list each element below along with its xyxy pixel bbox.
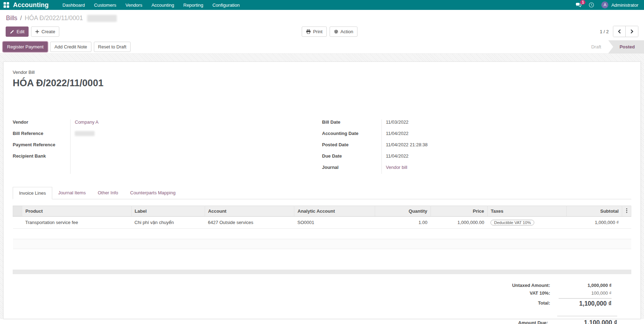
- vendor-link[interactable]: Company A: [75, 119, 98, 125]
- column-header-quantity[interactable]: Quantity: [375, 206, 431, 217]
- tab-journal-items[interactable]: Journal Items: [52, 187, 92, 199]
- pager-previous-button[interactable]: [613, 26, 626, 37]
- vendor-field-label: Vendor: [13, 118, 70, 130]
- form-view-background: Vendor Bill HÓA Đ/2022/11/0001 Vendor Co…: [0, 54, 644, 319]
- register-payment-button[interactable]: Register Payment: [3, 42, 48, 52]
- print-button[interactable]: Print: [302, 26, 327, 37]
- cell-price[interactable]: 1,000,000.00: [431, 217, 487, 229]
- cell-product[interactable]: Transportation service fee: [22, 217, 132, 229]
- chevron-right-icon: [630, 29, 634, 34]
- tax-badge: Deductible VAT 10%: [490, 220, 534, 225]
- column-header-subtotal[interactable]: Subtotal: [566, 206, 622, 217]
- column-header-taxes[interactable]: Taxes: [487, 206, 566, 217]
- accounting-date-value: 11/04/2022: [381, 130, 409, 141]
- pager-value[interactable]: 1 / 2: [600, 29, 609, 34]
- messages-badge: 1: [580, 0, 585, 5]
- control-panel: Edit Create Print Action 1 / 2: [0, 23, 644, 40]
- tab-invoice-lines[interactable]: Invoice Lines: [13, 187, 52, 199]
- gear-icon: [334, 29, 338, 34]
- column-header-account[interactable]: Account: [205, 206, 294, 217]
- pencil-icon: [10, 29, 14, 34]
- breadcrumb-bills-link[interactable]: Bills: [6, 14, 17, 22]
- pager-next-button[interactable]: [626, 26, 638, 37]
- menu-customers[interactable]: Customers: [90, 0, 121, 10]
- activities-button[interactable]: [589, 2, 594, 8]
- posted-date-field-label: Posted Date: [322, 141, 381, 152]
- document-type-label: Vendor Bill: [13, 70, 631, 75]
- bill-date-field-label: Bill Date: [322, 118, 381, 130]
- messages-button[interactable]: 1: [576, 2, 582, 8]
- invoice-line-row[interactable]: Transportation service fee Chi phí vận c…: [13, 217, 631, 229]
- cell-analytic-account[interactable]: SO0001: [294, 217, 375, 229]
- cell-subtotal[interactable]: 1,000,000 ₫: [566, 217, 622, 229]
- posted-date-value: 11/04/2022 21:28:38: [381, 141, 428, 152]
- vat-label: VAT 10%:: [512, 290, 559, 296]
- due-date-value: 11/04/2022: [381, 152, 409, 164]
- recipient-bank-field-label: Recipient Bank: [13, 152, 70, 164]
- menu-dashboard[interactable]: Dashboard: [58, 0, 90, 10]
- due-date-field-label: Due Date: [322, 152, 381, 164]
- bill-date-value: 11/03/2022: [381, 118, 409, 130]
- table-header-row: Product Label Account Analytic Account Q…: [13, 206, 631, 217]
- breadcrumb-current: HÓA Đ/2022/11/0001: [25, 14, 83, 22]
- state-draft[interactable]: Draft: [584, 40, 608, 53]
- field-group-right: Bill Date 11/03/2022 Accounting Date 11/…: [322, 118, 632, 175]
- vendor-bill-sheet: Vendor Bill HÓA Đ/2022/11/0001 Vendor Co…: [3, 61, 641, 319]
- menu-reporting[interactable]: Reporting: [179, 0, 208, 10]
- notebook: Invoice Lines Journal Items Other Info C…: [13, 187, 631, 249]
- vat-value: 100,000 ₫: [559, 290, 612, 296]
- menu-vendors[interactable]: Vendors: [121, 0, 147, 10]
- add-credit-note-button[interactable]: Add Credit Note: [50, 42, 91, 52]
- menu-configuration[interactable]: Configuration: [208, 0, 244, 10]
- column-header-analytic-account[interactable]: Analytic Account: [294, 206, 375, 217]
- clock-icon: [589, 2, 594, 8]
- cell-label[interactable]: Chi phí vận chuyển: [131, 217, 205, 229]
- total-value: 1,100,000 ₫: [559, 298, 612, 307]
- user-menu[interactable]: A Administrator: [601, 1, 638, 8]
- amount-due-value: 1,100,000 ₫: [557, 316, 617, 324]
- app-brand[interactable]: Accounting: [13, 1, 49, 9]
- tab-other-info[interactable]: Other Info: [92, 187, 124, 199]
- cell-quantity[interactable]: 1.00: [375, 217, 431, 229]
- journal-field-label: Journal: [322, 164, 381, 175]
- empty-line-row: [13, 239, 631, 249]
- column-header-product[interactable]: Product: [22, 206, 132, 217]
- accounting-date-field-label: Accounting Date: [322, 130, 381, 141]
- column-header-price[interactable]: Price: [431, 206, 487, 217]
- redacted-breadcrumb-text: [87, 15, 117, 22]
- recipient-bank-value: [70, 152, 75, 164]
- notebook-tabs: Invoice Lines Journal Items Other Info C…: [13, 187, 631, 199]
- page-title: HÓA Đ/2022/11/0001: [13, 78, 631, 89]
- toggle-columns-icon[interactable]: [622, 206, 631, 217]
- create-button[interactable]: Create: [31, 26, 59, 37]
- user-name: Administrator: [611, 2, 638, 8]
- breadcrumb-separator: /: [20, 14, 22, 22]
- payment-reference-value: [70, 141, 75, 152]
- chevron-left-icon: [618, 29, 621, 34]
- tab-counterparts-mapping[interactable]: Counterparts Mapping: [124, 187, 182, 199]
- journal-link[interactable]: Vendor bill: [386, 165, 408, 170]
- plus-icon: [35, 30, 39, 34]
- untaxed-amount-label: Untaxed Amount:: [512, 283, 559, 288]
- column-header-label[interactable]: Label: [131, 206, 205, 217]
- state-posted[interactable]: Posted: [608, 40, 644, 53]
- printer-icon: [306, 29, 311, 34]
- redacted-bill-reference-value: [75, 131, 95, 136]
- pager: 1 / 2: [600, 26, 638, 37]
- amount-due-section: Amount Due: 1,100,000 ₫: [13, 316, 631, 324]
- cell-account[interactable]: 6427 Outside services: [205, 217, 294, 229]
- main-menu: Dashboard Customers Vendors Accounting R…: [58, 0, 244, 10]
- totals-section: Untaxed Amount: 1,000,000 ₫ VAT 10%: 100…: [13, 283, 631, 307]
- avatar: A: [601, 1, 608, 8]
- row-handle[interactable]: [13, 217, 22, 229]
- cell-taxes[interactable]: Deductible VAT 10%: [487, 217, 566, 229]
- menu-accounting[interactable]: Accounting: [147, 0, 179, 10]
- apps-grid-icon[interactable]: [4, 2, 10, 8]
- reset-to-draft-button[interactable]: Reset to Draft: [94, 42, 131, 52]
- action-button[interactable]: Action: [330, 26, 357, 37]
- top-navbar: Accounting Dashboard Customers Vendors A…: [0, 0, 644, 10]
- edit-button[interactable]: Edit: [6, 26, 29, 37]
- narration-placeholder-bar: [13, 270, 631, 274]
- empty-line-row: [13, 229, 631, 239]
- untaxed-amount-value: 1,000,000 ₫: [559, 283, 612, 288]
